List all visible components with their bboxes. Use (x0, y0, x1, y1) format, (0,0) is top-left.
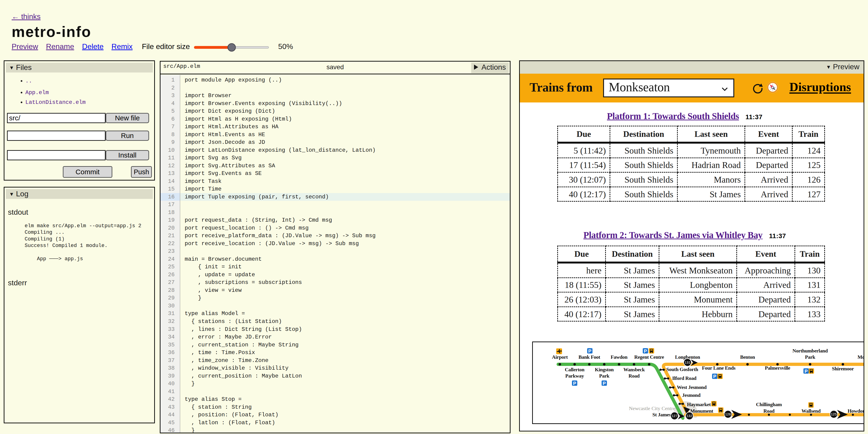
svg-text:Park: Park (805, 354, 815, 360)
svg-text:P: P (644, 348, 647, 354)
svg-text:Wansbeck: Wansbeck (623, 367, 645, 372)
svg-text:South Gosforth: South Gosforth (666, 367, 698, 372)
svg-text:Northumberland: Northumberland (793, 348, 828, 354)
svg-text:Fawdon: Fawdon (611, 354, 627, 360)
svg-text:Monument: Monument (690, 408, 714, 414)
svg-text:Callerton: Callerton (565, 367, 585, 372)
svg-text:Bank Foot: Bank Foot (579, 354, 600, 360)
svg-text:Park: Park (599, 373, 609, 379)
svg-text:Palmersville: Palmersville (765, 365, 790, 371)
svg-text:Road: Road (763, 408, 775, 414)
svg-text:Regent Centre: Regent Centre (634, 354, 664, 360)
svg-text:P: P (588, 348, 591, 354)
svg-text:P: P (602, 381, 606, 386)
svg-text:Shiremoor: Shiremoor (832, 366, 854, 371)
svg-text:St James: St James (652, 412, 671, 418)
svg-text:P: P (573, 381, 576, 386)
svg-text:126: 126 (725, 412, 731, 416)
svg-text:Newcastle City Centre: Newcastle City Centre (629, 405, 675, 411)
svg-text:Airport: Airport (552, 354, 568, 360)
svg-text:Ilford Road: Ilford Road (672, 375, 696, 381)
svg-text:125: 125 (831, 412, 837, 416)
svg-text:P: P (805, 369, 808, 374)
svg-text:Haymarket: Haymarket (687, 402, 711, 407)
svg-text:Benton: Benton (740, 354, 755, 360)
svg-text:Monkseaton: Monkseaton (858, 354, 864, 360)
svg-text:Kingston: Kingston (595, 367, 614, 372)
svg-text:127: 127 (672, 414, 677, 418)
svg-text:Wallsend: Wallsend (802, 408, 820, 414)
svg-text:Jesmond: Jesmond (682, 392, 701, 398)
svg-text:Chillingham: Chillingham (756, 402, 782, 407)
svg-text:West Jesmond: West Jesmond (677, 385, 707, 390)
svg-text:Howdon: Howdon (847, 408, 864, 414)
svg-text:132: 132 (686, 414, 692, 418)
svg-text:P: P (713, 374, 716, 379)
svg-text:Four Lane Ends: Four Lane Ends (702, 365, 736, 371)
svg-text:Road: Road (628, 373, 640, 379)
svg-text:Parkway: Parkway (565, 373, 584, 379)
svg-text:131: 131 (684, 360, 690, 364)
